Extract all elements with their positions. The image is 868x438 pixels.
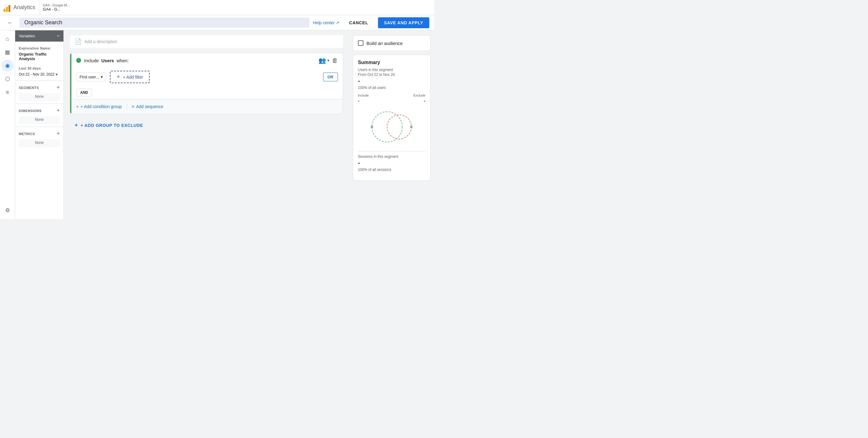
variables-title: Variables [19,34,35,38]
actions-divider [127,103,127,110]
add-filter-button[interactable]: + + Add filter [110,71,150,83]
app-branding: Analytics [0,0,39,15]
add-filter-plus-icon: + [117,74,120,80]
ga4-header: GA4 - Google M... [43,3,70,7]
description-row[interactable]: 📄 Add a description [70,35,343,48]
svg-point-1 [387,115,411,139]
description-placeholder[interactable]: Add a description [84,39,117,44]
variables-header: Variables − [15,30,63,41]
metrics-row: METRICS + [15,128,63,139]
exclude-venn-value: - [424,98,425,103]
or-button[interactable]: OR [323,72,338,81]
svg-point-3 [410,126,412,128]
scope-dropdown-icon: ▾ [327,58,330,63]
sessions-pct: 100% of all sessions [358,167,425,172]
include-venn-label: Include [358,93,369,97]
users-value: - [358,77,425,84]
add-condition-label: + Add condition group [81,104,122,109]
add-metric-icon[interactable]: + [57,130,60,137]
description-icon: 📄 [75,38,81,45]
exclude-venn-label: Exclude [413,93,425,97]
help-center-link[interactable]: Help center ↗ [313,20,340,25]
nav-chart-icon[interactable]: ▦ [2,46,14,58]
add-sequence-button[interactable]: ≡ Add sequence [132,104,163,109]
main-content: 📄 Add a description Include Users when: … [64,30,349,219]
app-header: Analytics GA4 - Google M... GA4 - G... [0,0,434,15]
sessions-value: - [358,159,425,166]
metrics-label: METRICS [19,132,35,136]
date-range-summary: From Oct 22 to Nov 20 [358,72,425,77]
summary-divider [358,151,425,152]
exploration-name-value: Organic Traffic Analysis [15,51,63,62]
left-navigation: ⌂ ▦ ◉ ⬡ ≡ ⚙ [0,30,15,219]
segments-label: SEGMENTS [19,86,39,90]
include-indicator-dot [76,58,81,63]
summary-card: Summary Users in this segment From Oct 2… [353,55,431,181]
include-label: Include Users when: [84,58,129,63]
segment-title: Organic Search [20,18,309,28]
include-group-card: Include Users when: 👥 ▾ 🗑 [70,53,343,114]
delete-group-button[interactable]: 🗑 [332,57,338,64]
collapse-icon[interactable]: − [57,33,60,39]
add-sequence-label: Add sequence [136,104,163,109]
metrics-none: None [19,139,60,147]
date-range-value: Oct 22 - Nov 20, 2022 [19,72,54,76]
segments-row: SEGMENTS + [15,82,63,93]
venn-diagram [358,106,425,148]
audience-label: Build an audience [367,41,403,46]
date-dropdown-icon[interactable]: ▾ [56,72,58,77]
and-button[interactable]: AND [76,89,92,96]
add-exclude-row[interactable]: + + ADD GROUP TO EXCLUDE [70,118,343,133]
add-segment-icon[interactable]: + [57,84,60,91]
add-sequence-icon: ≡ [132,104,134,109]
nav-explore-icon[interactable]: ◉ [2,60,14,72]
nav-home-icon[interactable]: ⌂ [2,33,14,45]
audience-checkbox[interactable] [358,40,364,46]
users-subtitle: Users in this segment [358,68,425,72]
first-user-dropdown[interactable]: First user... ▾ [76,72,106,81]
variables-panel: Variables − Exploration Name: Organic Tr… [15,30,64,219]
analytics-title: Analytics [13,4,35,11]
dimensions-row: DIMENSIONS + [15,105,63,116]
include-group-actions: 👥 ▾ 🗑 [318,57,338,64]
svg-point-2 [371,126,373,128]
add-condition-icon: + [76,104,79,109]
venn-svg [361,109,422,145]
first-user-chevron: ▾ [101,75,103,79]
include-group-header: Include Users when: 👥 ▾ 🗑 [70,53,343,68]
and-row: AND [70,86,343,99]
segments-none: None [19,93,60,101]
add-filter-label: + Add filter [123,75,143,80]
back-button[interactable]: ← [5,18,16,27]
ga4-subheader: GA4 - G... [43,7,70,11]
summary-title: Summary [358,60,425,65]
first-user-label: First user... [80,75,99,79]
dimensions-none: None [19,116,60,124]
dimensions-label: DIMENSIONS [19,109,41,113]
date-label: Last 30 days [15,64,63,71]
save-apply-button[interactable]: SAVE AND APPLY [378,17,429,28]
header-actions: Help center ↗ CANCEL SAVE AND APPLY [313,17,429,28]
analytics-logo [4,3,10,12]
date-range-row: Oct 22 - Nov 20, 2022 ▾ [15,71,63,79]
include-venn-value: - [358,98,360,103]
nav-settings-icon[interactable]: ⚙ [2,204,14,216]
segment-editor-header: ← Organic Search Help center ↗ CANCEL SA… [0,15,434,30]
scope-icon: 👥 [318,57,326,64]
right-panel: Build an audience Summary Users in this … [349,30,434,219]
users-pct: 100% of all users [358,86,425,90]
filter-row: First user... ▾ + + Add filter OR [70,68,343,86]
venn-values: - - [358,98,425,103]
ga4-info: GA4 - Google M... GA4 - G... [39,3,73,11]
exploration-name-label: Exploration Name: [15,44,63,51]
scope-button[interactable]: 👥 ▾ [318,57,330,64]
add-condition-group-button[interactable]: + + Add condition group [76,104,122,109]
nav-funnel-icon[interactable]: ⬡ [2,73,14,85]
add-dimension-icon[interactable]: + [57,107,60,114]
add-actions-row: + + Add condition group ≡ Add sequence [70,99,343,114]
nav-list-icon[interactable]: ≡ [2,86,14,98]
cancel-button[interactable]: CANCEL [344,18,373,28]
add-exclude-icon: + [75,122,78,128]
sessions-subtitle: Sessions in this segment [358,155,425,159]
venn-labels: Include Exclude [358,93,425,97]
